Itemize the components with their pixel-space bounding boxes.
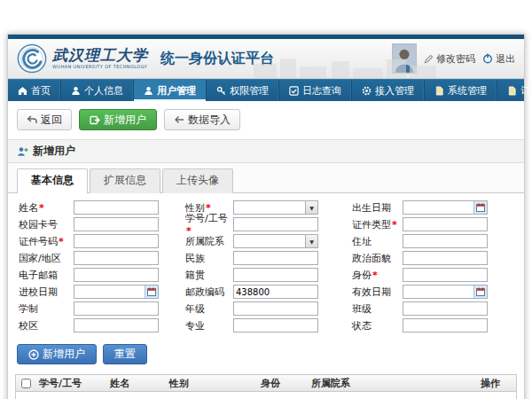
field-label: 身份 bbox=[352, 270, 372, 281]
class-input[interactable] bbox=[403, 302, 487, 315]
nav-item-permission-management[interactable]: 权限管理 bbox=[207, 80, 279, 101]
field-postal-code: 邮政编码 bbox=[185, 284, 352, 300]
header: 武汉理工大学 WUHAN UNIVERSITY OF TECHNOLOGY 统一… bbox=[8, 39, 524, 79]
political-status-input[interactable] bbox=[403, 252, 487, 264]
new-user-button-label: 新增用户 bbox=[104, 113, 146, 128]
calendar-icon[interactable] bbox=[473, 286, 487, 298]
field-birth-date: 出生日期 bbox=[352, 200, 515, 215]
grade-input[interactable] bbox=[234, 302, 317, 315]
nav-item-system-management[interactable]: 系统管理 bbox=[425, 80, 497, 101]
calendar-icon[interactable] bbox=[473, 201, 487, 214]
nav-item-user-management[interactable]: 用户管理 bbox=[134, 80, 207, 101]
native-place-input[interactable] bbox=[234, 269, 317, 281]
student-id-input[interactable] bbox=[234, 218, 317, 231]
new-user-button[interactable]: 新增用户 bbox=[79, 109, 157, 130]
major-input[interactable] bbox=[234, 319, 317, 332]
key-icon bbox=[216, 86, 226, 96]
section-header: 新增用户 bbox=[8, 139, 524, 163]
status-input[interactable] bbox=[403, 319, 487, 332]
add-user-submit-button[interactable]: 新增用户 bbox=[17, 344, 97, 364]
chevron-down-icon[interactable]: ▼ bbox=[305, 201, 317, 214]
postal-code-input[interactable] bbox=[234, 286, 317, 298]
nav-label: 系统管理 bbox=[448, 84, 487, 98]
id-number-input[interactable] bbox=[74, 235, 158, 247]
required-marker: * bbox=[372, 270, 378, 281]
logout-link[interactable]: 退出 bbox=[482, 52, 515, 66]
tab-basic-info[interactable]: 基本信息 bbox=[17, 168, 88, 193]
nav-item-personal-info[interactable]: 个人信息 bbox=[61, 80, 134, 101]
campus-card-input[interactable] bbox=[74, 218, 158, 231]
field-campus-card: 校园卡号 bbox=[19, 216, 185, 232]
tab-extended-info[interactable]: 扩展信息 bbox=[90, 168, 160, 193]
field-id-number: 证件号码* bbox=[19, 233, 185, 249]
university-name-cn: 武汉理工大学 bbox=[52, 48, 148, 63]
nav-label: 首页 bbox=[31, 84, 51, 98]
identity-input[interactable] bbox=[403, 269, 487, 281]
required-marker: * bbox=[59, 236, 64, 247]
gear-icon bbox=[362, 86, 372, 96]
id-type-input[interactable] bbox=[403, 218, 487, 231]
calendar-icon[interactable] bbox=[145, 286, 158, 298]
back-button[interactable]: 返回 bbox=[17, 109, 72, 130]
back-button-label: 返回 bbox=[41, 113, 62, 128]
column-header-actions: 操作 bbox=[477, 377, 516, 390]
field-address: 住址 bbox=[352, 233, 515, 249]
field-label: 住址 bbox=[352, 236, 372, 247]
field-label: 班级 bbox=[352, 303, 372, 315]
field-valid-date: 有效日期 bbox=[352, 284, 515, 300]
building-watermark bbox=[254, 55, 440, 78]
tab-upload-avatar[interactable]: 上传头像 bbox=[162, 168, 233, 193]
field-label: 有效日期 bbox=[352, 286, 391, 298]
user-icon bbox=[71, 86, 81, 96]
user-icon bbox=[144, 86, 153, 96]
plus-circle-icon bbox=[28, 349, 39, 360]
university-name-en: WUHAN UNIVERSITY OF TECHNOLOGY bbox=[52, 65, 148, 69]
nav-item-home[interactable]: 首页 bbox=[8, 80, 61, 101]
field-label: 学制 bbox=[19, 303, 38, 315]
field-label: 所属院系 bbox=[185, 236, 224, 247]
address-input[interactable] bbox=[403, 235, 487, 247]
field-label: 进校日期 bbox=[19, 286, 58, 298]
power-icon bbox=[482, 53, 493, 64]
nav-label: 用户管理 bbox=[157, 84, 196, 98]
name-input[interactable] bbox=[74, 201, 158, 214]
nav-item-subscription-management[interactable]: 订阅管理 bbox=[497, 80, 532, 101]
chevron-down-icon[interactable]: ▼ bbox=[305, 235, 317, 247]
nav-label: 权限管理 bbox=[230, 84, 269, 98]
data-import-button[interactable]: 数据导入 bbox=[164, 109, 240, 130]
document-icon bbox=[434, 86, 444, 96]
section-title: 新增用户 bbox=[33, 144, 75, 159]
field-native-place: 籍贯 bbox=[185, 267, 352, 283]
document-icon bbox=[507, 86, 517, 96]
column-header-student-id: 学号/工号 bbox=[35, 377, 106, 390]
required-marker: * bbox=[392, 219, 397, 231]
field-label: 姓名 bbox=[19, 202, 38, 214]
field-label: 政治面貌 bbox=[352, 253, 391, 264]
field-major: 专业 bbox=[185, 317, 352, 333]
data-import-button-label: 数据导入 bbox=[188, 113, 231, 128]
campus-input[interactable] bbox=[74, 319, 158, 332]
country-input[interactable] bbox=[74, 252, 158, 264]
nav-label: 个人信息 bbox=[84, 84, 123, 98]
field-label: 证件类型 bbox=[352, 219, 391, 231]
schooling-length-input[interactable] bbox=[74, 302, 158, 315]
field-label: 专业 bbox=[185, 320, 205, 332]
column-header-name: 姓名 bbox=[106, 377, 166, 390]
main-nav: 首页 个人信息 用户管理 权限管理 日志查询 接入管理 bbox=[8, 79, 524, 101]
field-ethnicity: 民族 bbox=[185, 250, 352, 266]
ethnicity-input[interactable] bbox=[234, 252, 317, 264]
nav-label: 日志查询 bbox=[302, 84, 341, 98]
select-all-checkbox[interactable] bbox=[21, 379, 31, 388]
content-area: 返回 新增用户 数据导入 新增用户 基本信息 扩展信息 上传头像 bbox=[8, 101, 524, 399]
email-input[interactable] bbox=[74, 269, 158, 281]
table-empty-body bbox=[16, 392, 516, 399]
user-list-table: 学号/工号 姓名 性别 身份 所属院系 操作 bbox=[15, 374, 517, 399]
reset-button[interactable]: 重置 bbox=[103, 344, 147, 364]
user-plus-icon bbox=[17, 146, 28, 157]
required-marker: * bbox=[39, 202, 44, 214]
add-user-submit-label: 新增用户 bbox=[43, 347, 85, 362]
nav-item-log-query[interactable]: 日志查询 bbox=[279, 80, 352, 101]
change-password-label: 修改密码 bbox=[436, 52, 475, 66]
reset-button-label: 重置 bbox=[114, 347, 136, 362]
nav-item-access-management[interactable]: 接入管理 bbox=[352, 80, 425, 101]
